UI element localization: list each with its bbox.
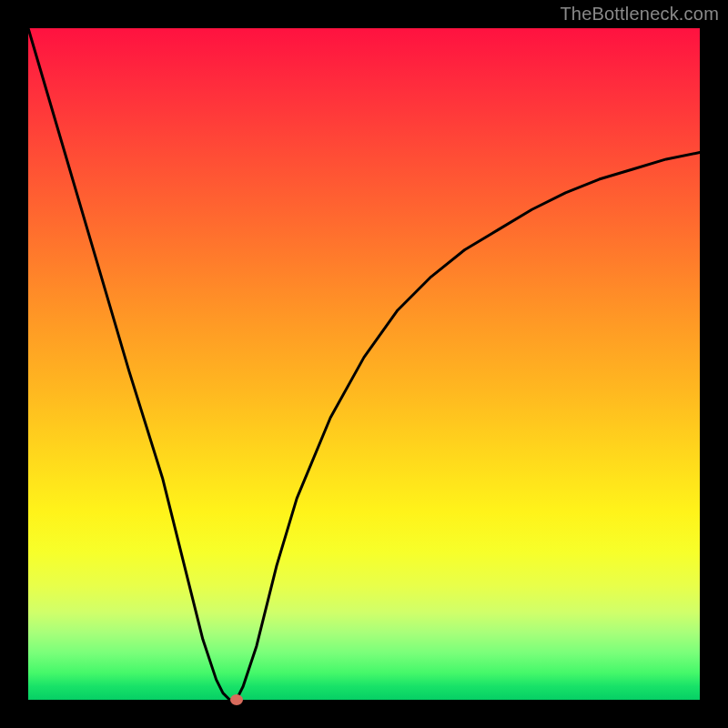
bottleneck-curve xyxy=(28,28,700,700)
optimal-marker xyxy=(230,694,243,705)
watermark-text: TheBottleneck.com xyxy=(560,4,719,25)
curve-svg xyxy=(28,28,700,700)
plot-area xyxy=(28,28,700,700)
chart-frame: TheBottleneck.com xyxy=(0,0,728,728)
